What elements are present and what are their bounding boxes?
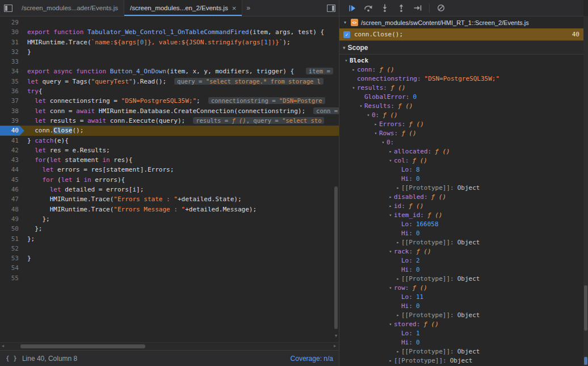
breakpoint-file-group[interactable]: ▾ <> /screen_modules/swContent/HMI_RT_1:… (339, 16, 583, 28)
scope-row[interactable]: ▸[[Prototype]]:Object (339, 310, 583, 319)
code-line[interactable]: 31HMIRuntime.Trace(`name:${args[0]}, val… (0, 38, 339, 47)
code-editor[interactable]: 2930export function Tabulator_Web_Contro… (0, 16, 339, 342)
line-number[interactable]: 35 (0, 77, 24, 86)
editor-horizontal-scrollbar[interactable]: ◂ ▸ (0, 342, 339, 350)
expander-icon[interactable]: ▾ (358, 103, 364, 109)
code-line[interactable]: 42 let res = e.Results; (0, 145, 339, 155)
code-line[interactable]: 34export async function Button_4_OnDown(… (0, 66, 339, 76)
line-number[interactable]: 39 (0, 116, 24, 126)
step-button[interactable] (413, 3, 423, 13)
expander-icon[interactable]: ▸ (394, 349, 401, 354)
code-line[interactable]: 36try{ (0, 86, 339, 96)
expander-icon[interactable]: ▾ (372, 131, 379, 136)
code-line[interactable]: 48 HMIRuntime.Trace("Errors Message : "+… (0, 205, 339, 214)
scope-row[interactable]: ▾results:ƒ () (339, 83, 583, 92)
code-line[interactable]: 45 for (let i in errors){ (0, 175, 339, 185)
line-number[interactable]: 40 (0, 126, 24, 135)
line-number[interactable]: 52 (0, 244, 24, 253)
expander-icon[interactable]: ▾ (365, 113, 372, 118)
scope-row[interactable]: ▾row:ƒ () (339, 283, 583, 292)
scope-row[interactable]: ▾Results:ƒ () (339, 101, 583, 110)
code-line[interactable]: 46 let detailed = errors[i]; (0, 185, 339, 194)
code-line[interactable]: 37 let connectionstring = "DSN=PostgreSQ… (0, 96, 339, 106)
line-number[interactable]: 55 (0, 273, 24, 283)
scope-row[interactable]: ▸[[Prototype]]:Object (339, 347, 583, 356)
code-line[interactable]: 33 (0, 57, 339, 66)
expander-icon[interactable]: ▸ (394, 185, 401, 190)
line-number[interactable]: 51 (0, 234, 24, 244)
scrollbar-thumb-active[interactable] (584, 357, 587, 365)
code-line[interactable]: 52 (0, 244, 339, 253)
step-over-button[interactable] (363, 3, 373, 13)
scope-row[interactable]: ▸[[Prototype]]:Object (339, 183, 583, 192)
line-number[interactable]: 41 (0, 136, 24, 145)
code-line[interactable]: 29 (0, 18, 339, 27)
code-line[interactable]: 47 HMIRuntime.Trace("Errors state : "+de… (0, 194, 339, 204)
editor-vertical-scrollbar[interactable]: ▼ (333, 18, 339, 342)
scope-row[interactable]: ▾col:ƒ () (339, 156, 583, 165)
scope-row[interactable]: ▾stored:ƒ () (339, 319, 583, 328)
expander-icon[interactable]: ▾ (380, 140, 387, 145)
more-tabs-icon[interactable]: » (242, 0, 253, 16)
scope-row[interactable]: ▸Errors:ƒ () (339, 119, 583, 128)
code-line[interactable]: 44 let errors = res[statement].Errors; (0, 165, 339, 174)
expander-icon[interactable]: ▸ (387, 149, 394, 154)
expander-icon[interactable]: ▸ (394, 313, 401, 318)
resume-script-button[interactable] (347, 3, 357, 13)
code-line[interactable]: 50 }; (0, 224, 339, 234)
expander-icon[interactable]: ▾ (387, 213, 394, 218)
line-number[interactable]: 53 (0, 253, 24, 263)
scope-row[interactable]: ▸allocated:ƒ () (339, 147, 583, 156)
expander-icon[interactable]: ▾ (387, 249, 394, 254)
code-line[interactable]: 35let query = Tags("queryTest").Read();q… (0, 77, 339, 86)
expander-icon[interactable]: ▸ (387, 203, 394, 209)
code-line[interactable]: 38 let conn = await HMIRuntime.Database.… (0, 106, 339, 116)
line-number[interactable]: 42 (0, 145, 24, 155)
scope-row[interactable]: ▸disabled:ƒ () (339, 192, 583, 201)
scope-row[interactable]: ▾0:ƒ () (339, 110, 583, 119)
toggle-navigator-button[interactable] (0, 0, 16, 16)
line-number[interactable]: 38 (0, 106, 24, 116)
toggle-debugger-sidebar-button[interactable] (323, 0, 339, 16)
expander-icon[interactable]: ▸ (350, 67, 357, 72)
line-number[interactable]: 44 (0, 165, 24, 174)
deactivate-breakpoints-button[interactable] (436, 3, 446, 13)
expander-icon[interactable]: ▸ (394, 240, 401, 245)
line-number[interactable]: 33 (0, 57, 24, 66)
scrollbar-thumb[interactable] (334, 186, 338, 329)
scope-row[interactable]: ▾item_id:ƒ () (339, 210, 583, 219)
scroll-down-icon[interactable]: ▼ (333, 331, 339, 341)
expander-icon[interactable]: ▸ (387, 358, 394, 363)
line-number[interactable]: 49 (0, 214, 24, 224)
expander-icon[interactable]: ▸ (372, 122, 379, 127)
code-line[interactable]: 53} (0, 253, 339, 263)
code-line[interactable]: 41} catch(e){ (0, 136, 339, 145)
line-number[interactable]: 54 (0, 263, 24, 273)
tab-events-js-loader[interactable]: /screen_modules...ader/Events.js (16, 0, 124, 16)
line-number[interactable]: 30 (0, 27, 24, 37)
scope-row[interactable]: ▾0: (339, 138, 583, 147)
line-number[interactable]: 31 (0, 38, 24, 47)
expander-icon[interactable]: ▾ (342, 20, 348, 25)
scrollbar-thumb[interactable] (20, 344, 145, 348)
line-number[interactable]: 34 (0, 66, 24, 76)
scrollbar-thumb[interactable] (584, 285, 587, 331)
expander-icon[interactable]: ▾ (387, 285, 394, 290)
tab-close-icon[interactable]: × (232, 5, 237, 12)
code-line[interactable]: 30export function Tabulator_Web_Control_… (0, 27, 339, 37)
expander-icon[interactable]: ▸ (394, 276, 401, 281)
pretty-print-icon[interactable]: { } (6, 355, 17, 362)
step-into-button[interactable] (380, 3, 390, 13)
line-number[interactable]: 43 (0, 155, 24, 165)
line-number[interactable]: 36 (0, 86, 24, 96)
step-out-button[interactable] (396, 3, 406, 13)
scope-row[interactable]: ▸conn:ƒ () (339, 65, 583, 74)
code-line[interactable]: 55 (0, 273, 339, 283)
scope-row[interactable]: ▸[[Prototype]]:Object (339, 274, 583, 283)
breakpoint-entry[interactable]: ✓ conn.Close(); 40 (339, 28, 583, 41)
line-number[interactable]: 29 (0, 18, 24, 27)
line-number[interactable]: 47 (0, 194, 24, 204)
scroll-right-icon[interactable]: ▸ (334, 343, 336, 348)
scope-row[interactable]: ▸id:ƒ () (339, 201, 583, 210)
line-number[interactable]: 45 (0, 175, 24, 185)
